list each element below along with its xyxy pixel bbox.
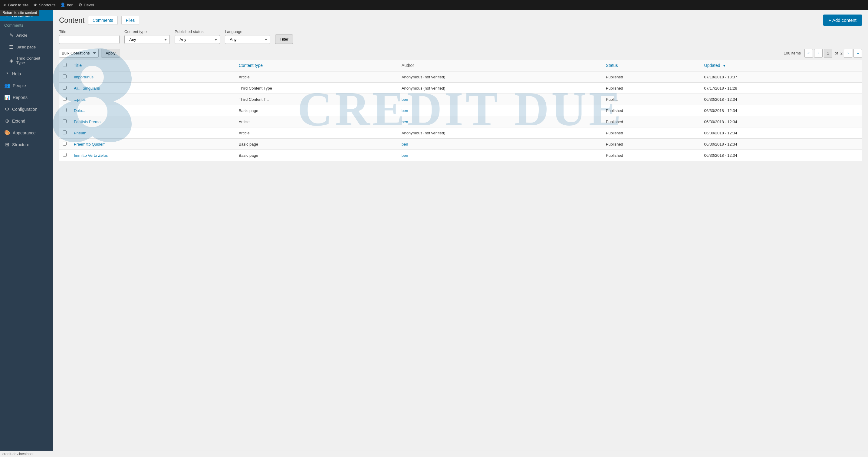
page-title: Content xyxy=(59,16,85,25)
row-content-type-cell: Basic page xyxy=(235,105,398,116)
published-status-select[interactable]: - Any - xyxy=(175,35,220,44)
prev-page-button[interactable]: ‹ xyxy=(814,49,823,58)
row-checkbox-cell xyxy=(59,71,70,83)
sidebar-item-reports[interactable]: 📊 Reports xyxy=(0,91,53,103)
row-updated-cell: 06/30/2018 - 12:34 xyxy=(701,139,862,150)
row-status-cell: Publi... xyxy=(602,94,701,105)
row-author-cell: ben xyxy=(398,105,602,116)
third-type-icon: ◈ xyxy=(8,58,14,64)
col-status[interactable]: Status xyxy=(602,60,701,71)
row-checkbox[interactable] xyxy=(63,142,67,146)
row-title-link[interactable]: Importunus xyxy=(74,75,94,79)
row-title-link[interactable]: Praemitto Quidem xyxy=(74,142,105,147)
row-status-cell: Published xyxy=(602,105,701,116)
row-title-link[interactable]: Ali... Singularis xyxy=(74,86,100,91)
row-author-cell: Anonymous (not verified) xyxy=(398,71,602,83)
sidebar-item-structure[interactable]: ⊞ Structure xyxy=(0,139,53,150)
published-status-label: Published status xyxy=(175,29,220,34)
row-author-cell: Anonymous (not verified) xyxy=(398,127,602,139)
published-status-filter-group: Published status - Any - xyxy=(175,29,220,44)
row-author-text: Anonymous (not verified) xyxy=(402,75,445,79)
col-content-type[interactable]: Content type xyxy=(235,60,398,71)
row-checkbox[interactable] xyxy=(63,108,67,112)
gear-icon: ⚙ xyxy=(79,2,82,7)
row-updated-cell: 06/30/2018 - 12:34 xyxy=(701,150,862,161)
row-status-cell: Published xyxy=(602,150,701,161)
current-page: 1 xyxy=(824,49,832,58)
sidebar-item-people[interactable]: 👥 People xyxy=(0,80,53,91)
language-label: Language xyxy=(225,29,270,34)
col-title[interactable]: Title xyxy=(70,60,235,71)
first-page-button[interactable]: « xyxy=(804,49,813,58)
row-title-link[interactable]: ...prius xyxy=(74,97,86,102)
bulk-operations-select[interactable]: Bulk Operations xyxy=(59,49,99,58)
row-content-type-cell: Basic page xyxy=(235,139,398,150)
filter-row: Title Content type - Any - Published sta… xyxy=(59,29,862,44)
table-row: ...prius Third Content T... ben Publi...… xyxy=(59,94,862,105)
row-checkbox-cell xyxy=(59,116,70,127)
content-type-select[interactable]: - Any - xyxy=(124,35,170,44)
row-author-link[interactable]: ben xyxy=(402,97,408,102)
row-title-cell: Dolo... xyxy=(70,105,235,116)
row-author-link[interactable]: ben xyxy=(402,108,408,113)
status-bar: credit-dev.localhost xyxy=(0,451,868,457)
row-checkbox[interactable] xyxy=(63,74,67,79)
content-table: Title Content type Author Status Updated… xyxy=(59,60,862,161)
tab-files[interactable]: Files xyxy=(121,16,140,25)
title-input[interactable] xyxy=(59,35,120,44)
star-icon: ★ xyxy=(33,2,37,7)
row-updated-cell: 06/30/2018 - 12:34 xyxy=(701,94,862,105)
bulk-left: Bulk Operations Apply xyxy=(59,49,120,58)
row-checkbox[interactable] xyxy=(63,86,67,90)
row-author-cell: ben xyxy=(398,94,602,105)
sidebar-item-basic-page[interactable]: ☰ Basic page xyxy=(0,41,53,53)
sidebar-item-configuration[interactable]: ⚙ Configuration xyxy=(0,103,53,115)
row-checkbox[interactable] xyxy=(63,119,67,123)
people-icon: 👥 xyxy=(4,83,10,88)
next-page-button[interactable]: › xyxy=(844,49,852,58)
sidebar-item-article[interactable]: ✎ Article xyxy=(0,29,53,41)
table-header: Title Content type Author Status Updated… xyxy=(59,60,862,71)
row-author-link[interactable]: ben xyxy=(402,153,408,158)
row-title-cell: Importunus xyxy=(70,71,235,83)
row-status-cell: Published xyxy=(602,139,701,150)
shortcuts-menu[interactable]: ★ Shortcuts xyxy=(33,2,55,7)
table-row: Ali... Singularis Third Content Type Ano… xyxy=(59,83,862,94)
row-checkbox-cell xyxy=(59,127,70,139)
sidebar-item-extend[interactable]: ⊕ Extend xyxy=(0,115,53,127)
last-page-button[interactable]: » xyxy=(854,49,862,58)
row-author-link[interactable]: ben xyxy=(402,120,408,124)
user-menu[interactable]: 👤 ben xyxy=(60,2,73,7)
row-title-link[interactable]: Immitto Verto Zelus xyxy=(74,153,108,158)
filter-button[interactable]: Filter xyxy=(275,34,293,44)
row-checkbox[interactable] xyxy=(63,153,67,157)
row-author-text: Anonymous (not verified) xyxy=(402,86,445,91)
config-icon: ⚙ xyxy=(4,106,10,112)
col-updated[interactable]: Updated ▼ xyxy=(701,60,862,71)
apply-button[interactable]: Apply xyxy=(101,49,120,58)
row-title-cell: ...prius xyxy=(70,94,235,105)
row-checkbox[interactable] xyxy=(63,97,67,101)
title-label: Title xyxy=(59,29,120,34)
row-title-link[interactable]: Dolo... xyxy=(74,108,85,113)
sidebar-item-appearance[interactable]: 🎨 Appearance xyxy=(0,127,53,139)
select-all-checkbox[interactable] xyxy=(63,63,67,67)
bulk-row: Bulk Operations Apply 100 items « ‹ 1 of… xyxy=(59,49,862,58)
sidebar-item-help[interactable]: ? Help xyxy=(0,68,53,80)
language-select[interactable]: - Any - xyxy=(225,35,270,44)
row-content-type-cell: Third Content Type xyxy=(235,83,398,94)
devel-menu[interactable]: ⚙ Devel xyxy=(79,2,94,7)
back-to-site[interactable]: ⊲ Back to site xyxy=(3,2,28,7)
add-content-button[interactable]: + Add content xyxy=(823,14,862,26)
tab-comments[interactable]: Comments xyxy=(88,16,118,25)
items-count: 100 items xyxy=(784,51,801,55)
sidebar-comments-label: Comments xyxy=(0,21,53,29)
row-title-link[interactable]: Pneum xyxy=(74,131,86,135)
row-author-link[interactable]: ben xyxy=(402,142,408,147)
row-title-link[interactable]: Facilisis Premo xyxy=(74,120,100,124)
top-bar: ⊲ Back to site ★ Shortcuts 👤 ben ⚙ Devel xyxy=(0,0,868,10)
row-checkbox[interactable] xyxy=(63,130,67,134)
row-updated-cell: 07/17/2018 - 11:28 xyxy=(701,83,862,94)
sidebar-item-third-content-type[interactable]: ◈ Third Content Type xyxy=(0,53,53,68)
select-all-header xyxy=(59,60,70,71)
